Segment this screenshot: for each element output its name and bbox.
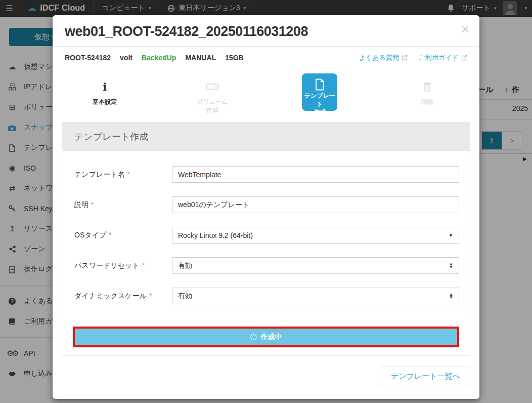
field-label: ダイナミックスケール: [74, 292, 147, 300]
password-reset-select[interactable]: 有効 ▲▼: [172, 257, 459, 274]
faq-link[interactable]: よくある質問: [359, 53, 408, 62]
field-label: 説明: [74, 200, 88, 209]
close-icon[interactable]: ×: [461, 22, 469, 36]
required-asterisk: *: [91, 200, 94, 209]
step-template-create[interactable]: テンプレート作成: [302, 73, 337, 111]
description-input[interactable]: [172, 196, 459, 213]
meta-size: 15GB: [225, 54, 244, 62]
template-file-icon: [315, 78, 325, 91]
highlight-red-box: 作成中: [73, 327, 459, 347]
trash-icon: [423, 78, 432, 95]
template-name-input[interactable]: [172, 166, 459, 183]
step-volume-create: ボリューム作成: [169, 72, 255, 114]
modal-step-tabs: i 基本設定 ボリューム作成 テンプレート作成 削除: [53, 65, 479, 116]
external-link-icon: [461, 55, 467, 61]
step-delete: 削除: [384, 72, 470, 114]
spinner-icon: [250, 334, 257, 340]
field-label: テンプレート名: [74, 170, 125, 178]
template-list-button[interactable]: テンプレート一覧へ: [381, 367, 470, 386]
creating-button[interactable]: 作成中: [75, 329, 457, 345]
select-updown-icon: ▲▼: [449, 263, 453, 269]
field-label: パスワードリセット: [74, 261, 140, 269]
external-link-icon: [402, 55, 408, 61]
form-row-os-type: OSタイプ* Rocky Linux 9.2 (64-bit) ▼: [73, 227, 459, 244]
required-asterisk: *: [142, 261, 145, 269]
form-row-dynamic-scale: ダイナミックスケール* 有効 ▲▼: [73, 288, 459, 304]
required-asterisk: *: [109, 231, 111, 239]
form-row-description: 説明*: [73, 196, 459, 213]
modal-title: web01_ROOT-524182_20250116031208: [65, 24, 467, 39]
form-row-password-reset: パスワードリセット* 有効 ▲▼: [73, 257, 459, 274]
form-row-template-name: テンプレート名*: [73, 166, 459, 183]
os-type-select[interactable]: Rocky Linux 9.2 (64-bit) ▼: [172, 227, 459, 244]
select-updown-icon: ▲▼: [449, 293, 453, 299]
guide-link[interactable]: ご利用ガイド: [419, 53, 467, 62]
required-asterisk: *: [127, 170, 130, 178]
step-basic-settings[interactable]: i 基本設定: [62, 72, 148, 114]
template-create-panel: テンプレート作成 テンプレート名* 説明* OS: [62, 122, 470, 356]
panel-title: テンプレート作成: [62, 123, 470, 151]
meta-type: MANUAL: [185, 54, 216, 62]
volume-icon: [206, 78, 219, 95]
meta-volume-id: ROOT-524182: [65, 54, 111, 62]
snapshot-meta-row: ROOT-524182 volt BackedUp MANUAL 15GB よく…: [53, 47, 479, 65]
info-icon: i: [103, 80, 107, 93]
dynamic-scale-select[interactable]: 有効 ▲▼: [172, 288, 459, 304]
status-badge: BackedUp: [142, 54, 176, 62]
select-arrow-icon: ▼: [449, 233, 453, 238]
required-asterisk: *: [149, 292, 152, 300]
meta-volume-name: volt: [120, 54, 132, 62]
snapshot-detail-modal: web01_ROOT-524182_20250116031208 × ROOT-…: [53, 15, 479, 399]
field-label: OSタイプ: [74, 231, 106, 239]
